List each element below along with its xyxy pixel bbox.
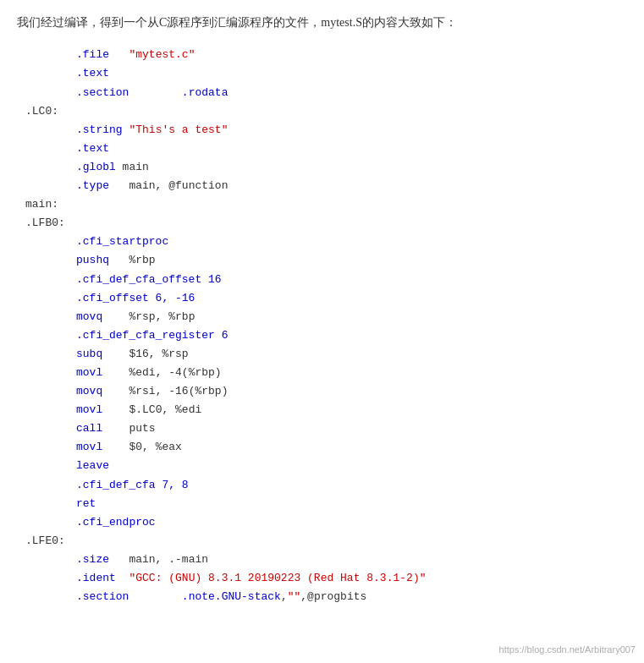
line-pushq: pushq %rbp	[25, 251, 627, 270]
instr-movl-edi: movl	[76, 364, 102, 382]
line-movl-edi: movl %edi, -4(%rbp)	[25, 364, 627, 382]
line-type: .type main, @function	[25, 177, 627, 195]
label-main: main:	[25, 195, 58, 214]
directive-string: .string	[76, 121, 123, 140]
directive-rodata: .rodata	[182, 84, 228, 102]
line-leave: leave	[25, 457, 627, 475]
string-mytest: "mytest.c"	[129, 46, 195, 64]
line-cfi-def-cfa-register: .cfi_def_cfa_register 6	[25, 326, 627, 345]
instr-pushq: pushq	[76, 251, 109, 270]
directive-text1: .text	[76, 64, 109, 83]
line-text2: .text	[25, 140, 627, 158]
watermark: https://blog.csdn.net/Arbitrary007	[499, 644, 636, 655]
directive-cfi-def-cfa-offset: .cfi_def_cfa_offset 16	[76, 271, 222, 289]
directive-cfi-endproc: .cfi_endproc	[76, 513, 156, 532]
directive-cfi-def-cfa: .cfi_def_cfa 7, 8	[76, 476, 189, 495]
intro-text: 我们经过编译，得到一个从C源程序到汇编源程序的文件，mytest.S的内容大致如…	[17, 14, 627, 32]
instr-ret: ret	[76, 495, 96, 513]
instr-movq-rsp: movq	[76, 308, 102, 326]
line-movl-eax: movl $0, %eax	[25, 438, 627, 457]
instr-leave: leave	[76, 457, 109, 475]
line-globl: .globl main	[25, 158, 627, 177]
directive-section1: .section	[76, 84, 129, 102]
directive-globl: .globl	[76, 158, 116, 177]
directive-ident: .ident	[76, 569, 116, 588]
line-lc0-label: .LC0:	[25, 102, 627, 121]
line-cfi-def-cfa: .cfi_def_cfa 7, 8	[25, 476, 627, 495]
directive-cfi-startproc: .cfi_startproc	[76, 233, 168, 251]
line-cfi-def-cfa-offset: .cfi_def_cfa_offset 16	[25, 271, 627, 289]
directive-note-gnu: .note.GNU-stack	[182, 588, 281, 606]
line-main-label: main:	[25, 195, 627, 214]
line-string: .string "This's a test"	[25, 121, 627, 140]
line-size: .size main, .-main	[25, 551, 627, 569]
directive-cfi-def-cfa-register: .cfi_def_cfa_register 6	[76, 326, 228, 345]
directive-text2: .text	[76, 140, 109, 158]
line-file: .file "mytest.c"	[25, 46, 627, 64]
label-lfb0: .LFB0:	[25, 214, 65, 233]
line-movq-rsp: movq %rsp, %rbp	[25, 308, 627, 326]
instr-movq-rsi: movq	[76, 382, 102, 401]
line-lfb0-label: .LFB0:	[25, 214, 627, 233]
line-movq-rsi: movq %rsi, -16(%rbp)	[25, 382, 627, 401]
directive-section2: .section	[76, 588, 129, 606]
line-cfi-endproc: .cfi_endproc	[25, 513, 627, 532]
line-ret: ret	[25, 495, 627, 513]
code-block: .file "mytest.c" .text .section .rodata …	[17, 46, 627, 606]
line-subq: subq $16, %rsp	[25, 345, 627, 364]
line-call-puts: call puts	[25, 419, 627, 438]
string-test: "This's a test"	[129, 121, 228, 140]
instr-movl-lc0: movl	[76, 401, 102, 419]
line-section-note: .section .note.GNU-stack,"",@progbits	[25, 588, 627, 606]
label-lc0: .LC0:	[25, 102, 58, 121]
string-gcc: "GCC: (GNU) 8.3.1 20190223 (Red Hat 8.3.…	[129, 569, 426, 588]
directive-type: .type	[76, 177, 109, 195]
instr-subq: subq	[76, 345, 102, 364]
line-cfi-offset: .cfi_offset 6, -16	[25, 289, 627, 308]
directive-size: .size	[76, 551, 109, 569]
directive-cfi-offset: .cfi_offset 6, -16	[76, 289, 195, 308]
line-text1: .text	[25, 64, 627, 83]
line-section-rodata: .section .rodata	[25, 84, 627, 102]
string-empty: ""	[288, 588, 301, 606]
instr-movl-eax: movl	[76, 438, 102, 457]
line-movl-lc0: movl $.LC0, %edi	[25, 401, 627, 419]
instr-call: call	[76, 419, 102, 438]
label-lfe0: .LFE0:	[25, 532, 65, 551]
directive-file: .file	[76, 46, 109, 64]
line-cfi-startproc: .cfi_startproc	[25, 233, 627, 251]
line-ident: .ident "GCC: (GNU) 8.3.1 20190223 (Red H…	[25, 569, 627, 588]
line-lfe0-label: .LFE0:	[25, 532, 627, 551]
